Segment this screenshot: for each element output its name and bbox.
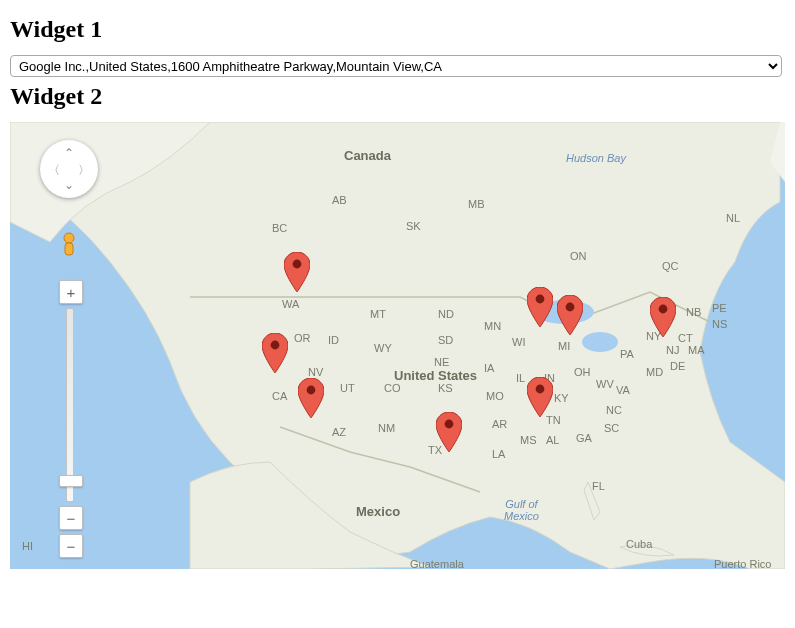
marker-wi[interactable] xyxy=(527,287,553,327)
marker-tx[interactable] xyxy=(436,412,462,452)
pan-down-button[interactable]: ⌄ xyxy=(64,178,74,192)
streetview-pegman[interactable] xyxy=(58,232,80,260)
svg-point-10 xyxy=(64,233,74,243)
map-terrain xyxy=(10,122,785,569)
svg-point-2 xyxy=(293,260,302,269)
map-canvas[interactable]: Canada United States Mexico Hudson Bay G… xyxy=(10,122,785,569)
pan-right-button[interactable]: 〉 xyxy=(78,162,90,179)
marker-tn[interactable] xyxy=(527,377,553,417)
pan-left-button[interactable]: 〈 xyxy=(48,162,60,179)
svg-point-5 xyxy=(445,420,454,429)
svg-rect-11 xyxy=(65,243,73,255)
zoom-control: + − − xyxy=(59,280,81,542)
zoom-out-button[interactable]: − xyxy=(59,506,83,530)
widget1-title: Widget 1 xyxy=(10,16,785,43)
pan-control: ⌃ ⌄ 〈 〉 xyxy=(40,140,98,198)
svg-point-1 xyxy=(582,332,618,352)
widget2-title: Widget 2 xyxy=(10,83,785,110)
svg-point-6 xyxy=(536,385,545,394)
location-select[interactable]: Google Inc.,United States,1600 Amphithea… xyxy=(10,55,782,77)
svg-point-4 xyxy=(307,386,316,395)
marker-ca-south[interactable] xyxy=(298,378,324,418)
zoom-track[interactable] xyxy=(66,308,74,502)
svg-point-7 xyxy=(536,295,545,304)
svg-point-9 xyxy=(659,305,668,314)
marker-mi[interactable] xyxy=(557,295,583,335)
svg-point-3 xyxy=(271,341,280,350)
marker-wa[interactable] xyxy=(284,252,310,292)
zoom-out-fully-button[interactable]: − xyxy=(59,534,83,558)
marker-ny[interactable] xyxy=(650,297,676,337)
pan-up-button[interactable]: ⌃ xyxy=(64,146,74,160)
marker-ca-north[interactable] xyxy=(262,333,288,373)
zoom-in-button[interactable]: + xyxy=(59,280,83,304)
svg-point-8 xyxy=(566,303,575,312)
zoom-handle[interactable] xyxy=(59,475,83,487)
